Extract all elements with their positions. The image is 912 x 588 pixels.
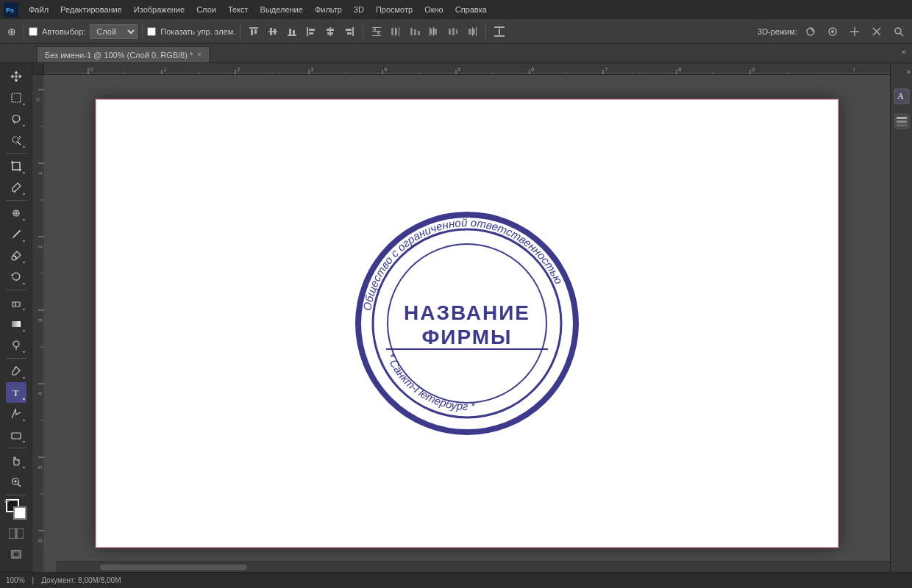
tool-marquee[interactable]: ▾ [6, 87, 26, 108]
tool-gradient[interactable]: ▾ [6, 314, 26, 334]
3d-slide-btn[interactable] [868, 23, 886, 40]
tool-healing[interactable]: ▾ [6, 203, 26, 223]
right-panel: » A [890, 63, 912, 572]
tool-sep-6 [6, 495, 26, 495]
menu-file[interactable]: Файл [24, 4, 54, 15]
autoselect-label: Автовыбор: [42, 27, 85, 36]
svg-line-54 [18, 142, 21, 145]
tool-pen[interactable]: ▾ [6, 361, 26, 381]
tool-hand[interactable]: ▾ [6, 451, 26, 471]
ruler-left-ticks: 0 1 2 3 4 5 6 [32, 75, 44, 572]
canvas-document[interactable]: Общество с ограниченной ответственностью… [96, 99, 838, 548]
dist-top-btn[interactable] [368, 23, 385, 40]
tool-eraser[interactable]: ▾ [6, 293, 26, 313]
svg-rect-31 [418, 31, 420, 35]
tabbar-expand-btn[interactable]: » [902, 47, 906, 56]
auto-align-btn[interactable] [491, 23, 508, 40]
panel-icon-layers[interactable] [894, 113, 910, 132]
stamp-container: Общество с ограниченной ответственностью… [349, 206, 585, 441]
tool-quick-mask[interactable] [6, 523, 26, 544]
tool-type[interactable]: T ▾ [6, 382, 26, 403]
horizontal-scrollbar[interactable] [56, 562, 890, 572]
canvas-viewport[interactable]: Общество с ограниченной ответственностью… [44, 75, 890, 572]
tabbar: Без имени-1 @ 100% (Слой 0, RGB/8) * × » [0, 44, 912, 63]
svg-text:0: 0 [90, 66, 93, 73]
status-info: Документ: 8,00М/8,00М [41, 576, 121, 584]
panel-collapse-btn[interactable]: » [906, 68, 911, 76]
dist-left-btn[interactable] [425, 23, 443, 40]
dist-bottom-btn[interactable] [406, 23, 424, 40]
dist-vcenter-btn[interactable] [387, 23, 405, 40]
svg-rect-7 [274, 29, 276, 35]
align-right-btn[interactable] [341, 23, 358, 40]
align-top-btn[interactable] [245, 23, 263, 40]
align-vcenter-btn[interactable] [264, 23, 282, 40]
tool-clone-stamp[interactable]: ▾ [6, 245, 26, 266]
swap-colors-icon[interactable]: ⇌ [4, 498, 10, 504]
svg-text:* Санкт-Петербург *: * Санкт-Петербург * [384, 351, 476, 412]
menu-text[interactable]: Текст [223, 4, 254, 15]
svg-rect-29 [410, 28, 413, 35]
svg-line-65 [15, 367, 16, 368]
menu-filter[interactable]: Фильтр [310, 4, 347, 15]
tool-brush[interactable]: ▾ [6, 224, 26, 245]
show-transform-checkbox[interactable] [147, 27, 156, 36]
svg-rect-10 [293, 30, 295, 35]
tool-screen-mode[interactable] [6, 545, 26, 565]
menu-view[interactable]: Просмотр [371, 4, 418, 15]
tab-filename: Без имени-1 @ 100% (Слой 0, RGB/8) * [45, 51, 193, 60]
svg-rect-23 [374, 28, 376, 31]
panel-icon-a[interactable]: A [894, 88, 910, 107]
menu-select[interactable]: Выделение [255, 4, 308, 15]
menu-edit[interactable]: Редактирование [55, 4, 127, 15]
tool-history-brush[interactable]: ▾ [6, 267, 26, 287]
tool-dodge[interactable]: ▾ [6, 335, 26, 356]
ruler-left: 0 1 2 3 4 5 6 [32, 75, 44, 572]
canvas-area: 0 1 2 3 4 5 6 7 8 [32, 63, 890, 572]
tool-sep-4 [6, 358, 26, 359]
svg-rect-8 [288, 35, 296, 36]
tool-shape[interactable]: ▾ [6, 425, 26, 445]
svg-rect-9 [289, 29, 291, 35]
3d-rotate-btn[interactable] [802, 23, 819, 40]
tool-zoom[interactable] [6, 472, 26, 492]
svg-point-48 [831, 30, 834, 33]
dist-hcenter-btn[interactable] [444, 23, 462, 40]
autoselect-checkbox[interactable] [29, 27, 38, 36]
tool-eyedropper[interactable]: ▾ [6, 177, 26, 198]
svg-text:3: 3 [37, 318, 43, 322]
menu-image[interactable]: Изображение [129, 4, 190, 15]
document-tab[interactable]: Без имени-1 @ 100% (Слой 0, RGB/8) * × [37, 46, 210, 62]
svg-rect-33 [433, 27, 434, 36]
align-left-btn[interactable] [302, 23, 320, 40]
tool-quick-select[interactable]: ▾ [6, 130, 26, 151]
ruler-top: 0 1 2 3 4 5 6 7 8 [32, 63, 890, 75]
menu-layers[interactable]: Слои [191, 4, 221, 15]
background-color[interactable] [13, 506, 26, 520]
menu-3d[interactable]: 3D [349, 4, 369, 15]
svg-rect-141 [897, 121, 907, 123]
tool-path-select[interactable]: ▾ [6, 404, 26, 424]
toolbar-separator-1 [24, 24, 24, 40]
3d-pan-btn[interactable] [846, 23, 863, 40]
tool-move[interactable] [6, 66, 26, 87]
h-scroll-thumb[interactable] [100, 564, 247, 570]
menu-help[interactable]: Справка [450, 4, 492, 15]
svg-text:5: 5 [37, 465, 43, 469]
align-bottom-btn[interactable] [283, 23, 301, 40]
tab-close-btn[interactable]: × [197, 51, 202, 59]
3d-zoom-btn[interactable] [890, 23, 908, 40]
tool-sep-2 [6, 200, 26, 201]
tool-lasso[interactable]: ▾ [6, 109, 26, 129]
dist-right-btn[interactable] [463, 23, 481, 40]
tool-foreground-bg[interactable]: ⇌ [4, 498, 28, 521]
svg-rect-45 [499, 29, 500, 35]
svg-rect-37 [452, 28, 455, 35]
menu-window[interactable]: Окно [419, 4, 449, 15]
autoselect-dropdown[interactable]: Слой Группу [90, 24, 138, 39]
align-hcenter-btn[interactable] [321, 23, 339, 40]
svg-rect-40 [472, 27, 473, 36]
3d-roll-btn[interactable] [824, 23, 841, 40]
tool-crop[interactable]: ▾ [6, 156, 26, 176]
move-tool-icon: ⊕ [4, 24, 19, 39]
